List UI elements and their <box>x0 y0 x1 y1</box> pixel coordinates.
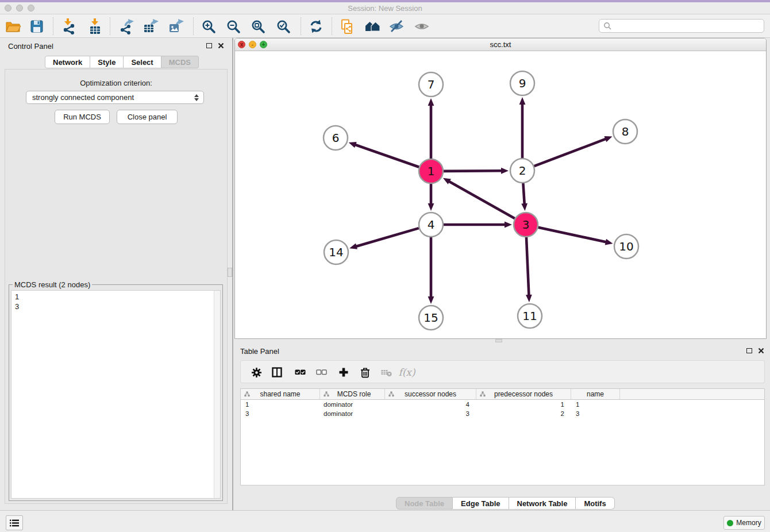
tab-node-table[interactable]: Node Table <box>396 497 453 510</box>
graph-edge-3-10[interactable] <box>538 228 613 245</box>
tab-motifs[interactable]: Motifs <box>576 497 614 510</box>
refresh-layout-button[interactable] <box>306 16 326 37</box>
cell-name[interactable]: 3 <box>571 409 620 418</box>
tree-icon <box>480 391 486 397</box>
memory-button[interactable]: Memory <box>723 516 765 530</box>
cell-mcds-role[interactable]: dominator <box>320 400 385 409</box>
cell-name[interactable]: 1 <box>571 400 620 409</box>
tab-network[interactable]: Network <box>45 56 90 68</box>
zoom-out-button[interactable] <box>223 16 244 37</box>
open-session-button[interactable] <box>2 16 23 37</box>
graph-edge-3-11[interactable] <box>526 237 532 302</box>
graph-edge-1-4[interactable] <box>428 184 434 211</box>
zoom-in-button[interactable] <box>198 16 219 37</box>
vertical-splitter-grip[interactable] <box>228 268 232 277</box>
column-header-mcds-role[interactable]: MCDS role <box>320 389 385 400</box>
function-builder-button[interactable]: f(x) <box>398 364 415 381</box>
graph-node-2[interactable]: 2 <box>510 159 534 183</box>
graph-node-1[interactable]: 1 <box>419 159 443 183</box>
cell-predecessor-nodes[interactable]: 2 <box>476 409 571 418</box>
graph-node-15[interactable]: 15 <box>419 306 443 330</box>
graph-edge-2-8[interactable] <box>534 136 613 166</box>
network-canvas-area[interactable]: 7968124314101511 <box>235 51 766 338</box>
tab-network-table[interactable]: Network Table <box>509 497 576 510</box>
tree-icon <box>388 391 394 397</box>
float-panel-icon[interactable] <box>206 43 212 48</box>
cell-successor-nodes[interactable]: 4 <box>385 400 476 409</box>
deselect-all-button[interactable] <box>313 364 330 381</box>
vertical-splitter[interactable] <box>232 38 233 510</box>
table-row[interactable]: 1 dominator 4 1 1 <box>241 400 764 409</box>
first-neighbors-button[interactable] <box>362 16 383 37</box>
close-table-panel-icon[interactable] <box>758 348 764 354</box>
zoom-fit-button[interactable] <box>248 16 268 37</box>
column-header-predecessor-nodes[interactable]: predecessor nodes <box>476 389 571 400</box>
mcds-panel: Optimization criterion: strongly connect… <box>5 69 228 504</box>
add-column-button[interactable] <box>335 364 352 381</box>
graph-edge-4-14[interactable] <box>349 228 419 249</box>
graph-edge-1-6[interactable] <box>349 142 419 167</box>
show-all-button[interactable] <box>411 16 432 37</box>
criterion-dropdown[interactable]: strongly connected component <box>26 91 204 104</box>
export-table-button[interactable] <box>140 16 161 37</box>
graph-node-3[interactable]: 3 <box>514 213 538 237</box>
delete-column-button[interactable] <box>356 364 374 381</box>
import-network-button[interactable] <box>59 16 79 37</box>
column-header-name[interactable]: name <box>571 389 620 400</box>
horizontal-splitter-grip[interactable] <box>495 339 502 342</box>
task-history-button[interactable] <box>6 515 23 530</box>
table-row[interactable]: 3 dominator 3 2 3 <box>241 409 764 418</box>
graph-node-10[interactable]: 10 <box>614 234 638 259</box>
close-panel-button[interactable]: Close panel <box>117 110 178 124</box>
graph-edge-1-7[interactable] <box>428 98 434 159</box>
graph-node-14[interactable]: 14 <box>324 240 348 264</box>
tab-mcds[interactable]: MCDS <box>161 56 199 68</box>
mcds-result-textarea[interactable]: 1 3 <box>11 290 221 499</box>
graph-edge-4-3[interactable] <box>444 222 512 228</box>
save-session-button[interactable] <box>26 16 47 37</box>
graph-node-4[interactable]: 4 <box>419 213 443 237</box>
toolbar-separator <box>53 17 53 35</box>
zoom-selected-button[interactable] <box>273 16 294 37</box>
graph-edge-2-9[interactable] <box>519 97 526 158</box>
run-mcds-button[interactable]: Run MCDS <box>55 110 110 124</box>
import-table-button[interactable] <box>85 16 106 37</box>
graph-edge-3-1[interactable] <box>443 178 515 218</box>
graph-edge-2-3[interactable] <box>521 183 528 211</box>
graph-node-11[interactable]: 11 <box>518 304 542 328</box>
column-header-shared-name[interactable]: shared name <box>241 389 320 400</box>
select-all-button[interactable] <box>291 364 309 381</box>
search-field[interactable] <box>599 19 764 33</box>
result-scrollbar[interactable] <box>214 291 220 498</box>
graph-node-label: 3 <box>522 218 530 232</box>
table-settings-button[interactable] <box>248 364 265 381</box>
hide-selected-button[interactable] <box>386 16 407 37</box>
cell-mcds-role[interactable]: dominator <box>320 409 385 418</box>
export-network-button[interactable] <box>116 16 137 37</box>
cell-predecessor-nodes[interactable]: 1 <box>476 400 571 409</box>
network-canvas[interactable]: 7968124314101511 <box>235 51 766 339</box>
delete-table-button[interactable] <box>378 364 395 381</box>
float-table-panel-icon[interactable] <box>746 348 752 353</box>
tab-edge-table[interactable]: Edge Table <box>453 497 509 510</box>
graph-edge-1-2[interactable] <box>444 168 509 174</box>
tab-style[interactable]: Style <box>90 56 124 68</box>
export-image-button[interactable] <box>165 16 186 37</box>
close-panel-icon[interactable] <box>218 43 224 49</box>
column-header-successor-nodes[interactable]: successor nodes <box>385 389 476 400</box>
graph-node-9[interactable]: 9 <box>510 71 534 95</box>
tab-select[interactable]: Select <box>124 56 161 68</box>
graph-node-8[interactable]: 8 <box>613 119 637 144</box>
cell-successor-nodes[interactable]: 3 <box>385 409 476 418</box>
network-window-titlebar[interactable]: x - + scc.txt <box>235 38 766 51</box>
search-input[interactable] <box>614 21 764 31</box>
cell-shared-name[interactable]: 3 <box>241 409 320 418</box>
graph-node-label: 1 <box>428 164 435 178</box>
graph-node-7[interactable]: 7 <box>419 72 443 97</box>
graph-edge-4-15[interactable] <box>428 237 434 304</box>
split-columns-button[interactable] <box>268 364 286 381</box>
tree-icon <box>324 391 329 397</box>
cell-shared-name[interactable]: 1 <box>241 400 320 409</box>
graph-node-6[interactable]: 6 <box>324 126 348 150</box>
clone-network-button[interactable] <box>337 16 357 37</box>
